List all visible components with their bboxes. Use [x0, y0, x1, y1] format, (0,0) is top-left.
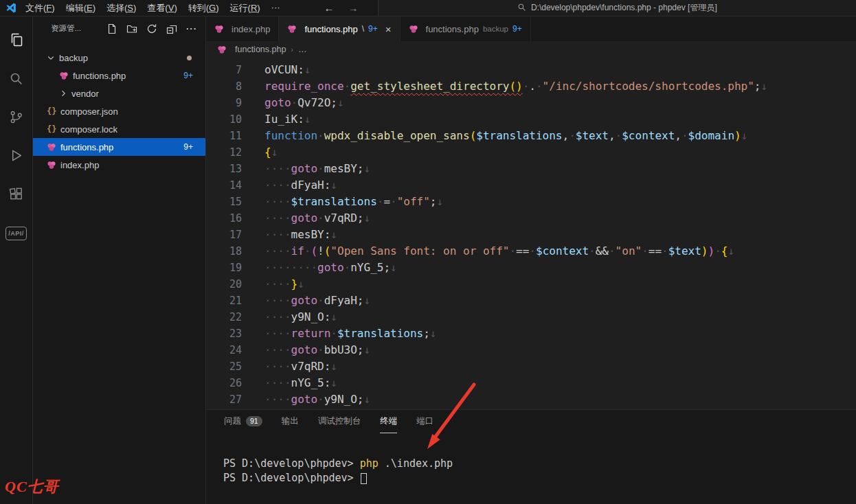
code-token: !	[317, 244, 324, 257]
code-token: ↓	[364, 162, 371, 175]
menu-more[interactable]: ···	[266, 2, 286, 14]
bottom-panel: 问题91输出调试控制台终端端口 PS D:\develop\phpdev> ph…	[206, 409, 856, 504]
code-token: (	[311, 244, 317, 257]
search-icon	[517, 3, 526, 14]
tree-item-label: functions.php	[73, 71, 126, 81]
activity-search[interactable]	[0, 60, 33, 99]
new-file-icon[interactable]	[106, 23, 117, 34]
line-number: 23	[206, 325, 242, 342]
tree-item-vendor[interactable]: vendor	[33, 84, 205, 102]
menu-file[interactable]: 文件(F)	[20, 2, 60, 14]
activity-extensions[interactable]	[0, 176, 33, 214]
tree-item-index.php[interactable]: index.php	[33, 156, 205, 174]
code-token: ·	[523, 80, 530, 93]
menu-selection[interactable]: 选择(S)	[101, 2, 142, 14]
tree-item-functions.php[interactable]: functions.php9+	[33, 138, 205, 156]
code-token: ·	[317, 294, 324, 307]
menu-run[interactable]: 运行(R)	[225, 2, 266, 14]
code-token: wpdx_disable_open_sans	[324, 129, 470, 142]
code-token: ↓	[390, 261, 397, 274]
code-token: ····	[264, 310, 291, 323]
git-badge: 9+	[183, 71, 193, 80]
code-token: ·	[344, 80, 351, 93]
breadcrumb-more[interactable]: …	[298, 45, 307, 54]
code-token: ↓	[304, 63, 311, 76]
code-line: 22····y9N_O:↓	[206, 309, 856, 325]
menu-view[interactable]: 查看(V)	[142, 2, 182, 14]
code-token: ↓	[728, 244, 734, 257]
line-number: 21	[206, 293, 242, 309]
tree-item-label: functions.php	[60, 142, 113, 152]
panel-tab-problems[interactable]: 问题91	[224, 410, 262, 433]
activity-api[interactable]: /API/	[0, 214, 33, 253]
terminal[interactable]: PS D:\develop\phpdev> php .\index.phpPS …	[206, 457, 856, 485]
menu-edit[interactable]: 编辑(E)	[60, 2, 101, 14]
line-number: 19	[206, 260, 242, 276]
close-icon[interactable]: ×	[385, 24, 392, 34]
activity-explorer[interactable]	[0, 22, 33, 60]
explorer-sidebar: 资源管... ··· backupfunctions.php9+vendor{}…	[33, 16, 206, 504]
code-editor[interactable]: 7oVCUN:↓8require_once·get_stylesheet_dir…	[206, 58, 856, 409]
code-line: 15····$translations·=·"off";↓	[206, 194, 856, 210]
code-token: $context	[622, 129, 675, 142]
code-token: return	[291, 327, 331, 340]
code-token: goto	[317, 261, 344, 274]
collapse-all-icon[interactable]	[166, 23, 177, 34]
code-token: ····	[264, 195, 291, 208]
tab-functions.php-backup[interactable]: functions.phpbackup9+	[401, 16, 531, 41]
code-token: ↓	[364, 393, 371, 406]
code-token: ↓	[364, 294, 371, 307]
nav-forward-button[interactable]: →	[341, 2, 365, 14]
panel-tab-ports[interactable]: 端口	[416, 410, 433, 433]
activity-run-debug[interactable]	[0, 137, 33, 176]
code-token: "/inc/shortcodes/shortcodes.php"	[543, 80, 754, 93]
code-token: ↓	[364, 211, 371, 225]
panel-tab-output[interactable]: 输出	[282, 410, 299, 433]
tree-item-composer.lock[interactable]: {}composer.lock	[33, 120, 205, 138]
tree-item-functions.php[interactable]: functions.php9+	[33, 67, 205, 84]
code-token: &&	[596, 244, 609, 257]
code-token: ····	[264, 228, 291, 241]
breadcrumb-file[interactable]: functions.php	[235, 45, 286, 54]
refresh-icon[interactable]	[146, 23, 157, 34]
code-token: ↓	[271, 146, 278, 159]
code-token: ·	[616, 129, 622, 142]
title-bar: 文件(F)编辑(E)选择(S)查看(V)转到(G)运行(R)··· ← → D:…	[0, 0, 856, 16]
code-token: ·	[317, 162, 324, 175]
menu-go[interactable]: 转到(G)	[183, 2, 225, 14]
code-token: $text	[576, 129, 609, 142]
code-line: 11function·wpdx_disable_open_sans($trans…	[206, 128, 856, 144]
code-line: 24····goto·bbU3O;↓	[206, 342, 856, 358]
tree-item-label: composer.json	[60, 106, 118, 117]
line-number: 10	[206, 111, 242, 128]
sidebar-header: 资源管... ···	[33, 16, 205, 41]
code-token: "on"	[616, 244, 642, 257]
command-center[interactable]: D:\develop\phpdev\functions.php - phpdev…	[378, 0, 856, 16]
activity-source-control[interactable]	[0, 99, 33, 137]
line-number: 27	[206, 391, 242, 408]
code-token: Qv72O;	[297, 96, 337, 109]
search-icon	[8, 71, 24, 89]
code-token: ·	[682, 129, 688, 142]
code-token: (	[470, 129, 477, 142]
tree-item-backup[interactable]: backup	[33, 49, 205, 67]
panel-tab-terminal[interactable]: 终端	[380, 410, 397, 433]
tab-index.php[interactable]: index.php	[206, 16, 279, 41]
panel-tab-debug-console[interactable]: 调试控制台	[318, 410, 361, 433]
code-token: goto	[291, 211, 318, 225]
new-folder-icon[interactable]	[126, 23, 137, 34]
tab-badge: 9+	[368, 24, 378, 34]
line-number: 14	[206, 177, 242, 194]
code-token: ↓	[437, 195, 444, 208]
code-line: 7oVCUN:↓	[206, 62, 856, 78]
code-line: 16····goto·v7qRD;↓	[206, 210, 856, 227]
code-token: bbU3O;	[324, 343, 364, 356]
json-file-icon: {}	[47, 106, 60, 116]
tree-item-composer.json[interactable]: {}composer.json	[33, 102, 205, 120]
tree-item-label: backup	[59, 53, 88, 63]
line-number: 18	[206, 243, 242, 260]
code-token: $context	[536, 244, 589, 257]
nav-back-button[interactable]: ←	[317, 2, 341, 14]
more-icon[interactable]: ···	[186, 23, 197, 34]
tab-functions.php[interactable]: functions.php\9+×	[279, 16, 400, 41]
